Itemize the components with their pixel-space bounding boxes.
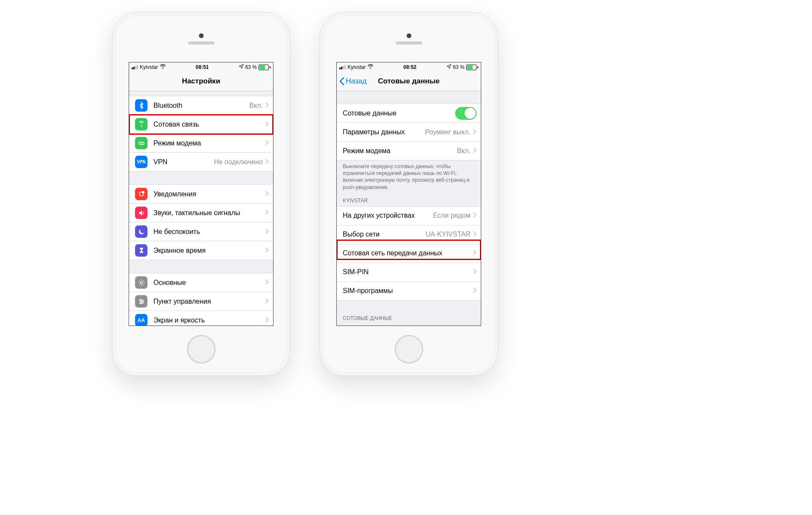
row-network-selection[interactable]: Выбор сети UA-KYIVSTAR <box>337 225 481 244</box>
status-bar: Kyivstar 08:52 63 % <box>337 62 481 72</box>
footer-text: Выключите передачу сотовых данных, чтобы… <box>337 160 481 191</box>
row-sim-apps[interactable]: SIM-программы <box>337 281 481 301</box>
row-label: Уведомления <box>153 190 265 198</box>
battery-pct: 63 % <box>453 64 465 70</box>
hotspot-icon <box>135 137 147 149</box>
row-dnd[interactable]: Не беспокоить <box>129 222 273 241</box>
row-apn[interactable]: Сотовая сеть передачи данных <box>337 244 481 263</box>
svg-point-0 <box>139 142 141 145</box>
row-label: Режим модема <box>153 139 265 147</box>
antenna-icon <box>135 118 147 130</box>
wifi-icon <box>368 64 374 70</box>
row-label: Режим модема <box>343 147 457 155</box>
battery-icon <box>259 65 271 70</box>
row-detail: Не подключено <box>214 158 263 166</box>
row-label: Звуки, тактильные сигналы <box>153 209 265 217</box>
row-control-center[interactable]: Пункт управления <box>129 292 273 311</box>
speaker-icon <box>135 207 147 219</box>
speaker-grille <box>188 41 215 44</box>
section-header-data: СОТОВЫЕ ДАННЫЕ <box>337 301 481 324</box>
row-label: Сотовая сеть передачи данных <box>343 249 473 257</box>
status-bar: Kyivstar 08:51 63 % <box>129 62 273 72</box>
row-label: Сотовые данные <box>343 110 455 117</box>
home-button[interactable] <box>394 335 423 364</box>
row-detail: UA-KYIVSTAR <box>426 231 471 238</box>
row-label: Не беспокоить <box>153 228 265 236</box>
chevron-right-icon <box>265 102 269 110</box>
chevron-right-icon <box>473 212 477 219</box>
chevron-right-icon <box>265 247 269 255</box>
back-label: Назад <box>346 77 367 86</box>
chevron-right-icon <box>265 139 269 147</box>
phone-bezel: Kyivstar 08:51 63 % Настройки <box>115 15 287 373</box>
signal-icon <box>339 65 346 69</box>
battery-pct: 63 % <box>245 64 257 70</box>
row-hotspot[interactable]: Режим модема <box>129 133 273 152</box>
battery-icon <box>466 65 478 70</box>
chevron-right-icon <box>473 128 477 136</box>
row-label: Bluetooth <box>153 102 249 110</box>
row-label: Основные <box>153 279 265 287</box>
cellular-list[interactable]: Сотовые данные Параметры данных Роуминг … <box>337 91 481 326</box>
front-camera <box>406 33 411 38</box>
sliders-icon <box>135 295 147 308</box>
chevron-right-icon <box>265 190 269 198</box>
front-camera <box>199 33 203 38</box>
screen-left: Kyivstar 08:51 63 % Настройки <box>129 62 274 326</box>
row-label: Пункт управления <box>153 298 265 305</box>
row-general[interactable]: Основные <box>129 273 273 292</box>
vpn-icon: VPN <box>135 156 147 168</box>
row-display[interactable]: AA Экран и яркость <box>129 311 273 326</box>
row-other-devices[interactable]: На других устройствах Если рядом <box>337 206 481 225</box>
row-detail: Вкл. <box>249 102 263 110</box>
svg-point-1 <box>141 142 144 145</box>
row-label: Экранное время <box>153 247 265 255</box>
row-vpn[interactable]: VPN VPN Не подключено <box>129 152 273 172</box>
settings-list[interactable]: Bluetooth Вкл. Сотовая связь Режим модем <box>129 91 273 326</box>
svg-point-3 <box>141 191 144 193</box>
brightness-icon: AA <box>135 314 147 326</box>
home-button[interactable] <box>187 335 215 364</box>
row-screentime[interactable]: Экранное время <box>129 241 273 260</box>
row-sounds[interactable]: Звуки, тактильные сигналы <box>129 203 273 222</box>
svg-point-7 <box>140 302 141 304</box>
chevron-right-icon <box>265 298 269 305</box>
row-cellular[interactable]: Сотовая связь <box>129 115 273 133</box>
row-notifications[interactable]: Уведомления <box>129 184 273 203</box>
cellular-data-toggle[interactable] <box>455 107 477 120</box>
row-data-options[interactable]: Параметры данных Роуминг выкл. <box>337 122 481 141</box>
wifi-icon <box>160 64 166 70</box>
row-detail: Вкл. <box>457 147 471 155</box>
row-cellular-data[interactable]: Сотовые данные <box>337 104 481 122</box>
svg-point-5 <box>140 299 141 300</box>
chevron-right-icon <box>473 147 477 155</box>
row-hotspot[interactable]: Режим модема Вкл. <box>337 141 481 160</box>
row-sim-pin[interactable]: SIM-PIN <box>337 263 481 281</box>
section-header-carrier: KYIVSTAR <box>337 191 481 206</box>
hourglass-icon <box>135 244 147 257</box>
row-label: Сотовая связь <box>153 121 265 128</box>
navbar: Назад Сотовые данные <box>337 72 481 91</box>
page-title: Сотовые данные <box>378 77 440 86</box>
moon-icon <box>135 225 147 238</box>
signal-icon <box>132 65 138 69</box>
row-detail: Роуминг выкл. <box>425 128 471 136</box>
chevron-right-icon <box>473 268 477 276</box>
chevron-right-icon <box>265 228 269 236</box>
row-label: Выбор сети <box>343 231 426 238</box>
row-detail: Если рядом <box>433 212 471 219</box>
chevron-right-icon <box>473 287 477 295</box>
stage: Kyivstar 08:51 63 % Настройки <box>0 0 812 515</box>
chevron-right-icon <box>265 209 269 217</box>
clock-label: 08:52 <box>403 64 417 70</box>
carrier-label: Kyivstar <box>347 64 366 70</box>
clock-label: 08:51 <box>196 64 209 70</box>
row-label: SIM-программы <box>343 287 473 295</box>
page-title: Настройки <box>182 77 221 86</box>
back-button[interactable]: Назад <box>339 77 367 86</box>
bell-icon <box>135 188 147 200</box>
phone-left: Kyivstar 08:51 63 % Настройки <box>112 12 290 376</box>
chevron-right-icon <box>265 158 269 166</box>
row-bluetooth[interactable]: Bluetooth Вкл. <box>129 96 273 115</box>
svg-point-6 <box>142 301 143 302</box>
